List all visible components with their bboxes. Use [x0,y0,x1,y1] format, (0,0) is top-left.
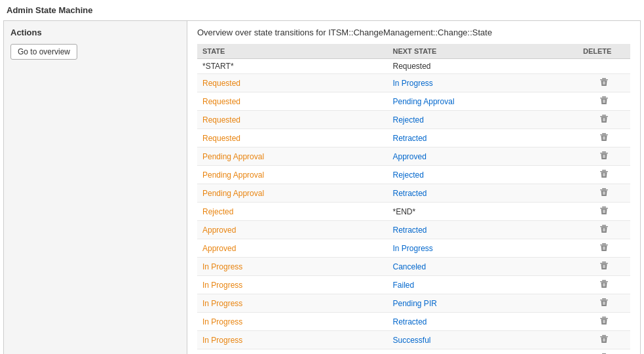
svg-rect-27 [605,191,605,195]
state-link[interactable]: Approved [202,226,236,235]
state-link[interactable]: Requested [202,115,240,125]
trash-icon [599,242,609,252]
state-link[interactable]: Pending Approval [202,189,264,198]
svg-rect-5 [600,98,608,98]
next-state-link[interactable]: Rejected [393,115,424,125]
svg-rect-6 [603,100,604,103]
svg-rect-50 [603,302,604,305]
svg-rect-9 [600,116,608,117]
trash-icon [599,315,609,326]
svg-rect-23 [605,173,605,176]
delete-button[interactable] [599,297,609,307]
state-link[interactable]: In Progress [202,262,242,271]
trash-icon [599,150,609,161]
next-state-link[interactable]: Retracted [393,317,427,326]
next-state-text: Requested [393,62,431,71]
state-link[interactable]: Requested [202,79,240,88]
state-link[interactable]: In Progress [202,281,242,290]
delete-button[interactable] [599,279,609,289]
svg-rect-56 [602,335,606,336]
next-state-link[interactable]: Rejected [393,170,424,180]
trash-icon [599,113,609,124]
svg-rect-11 [605,118,605,121]
trash-icon [599,205,609,216]
state-link[interactable]: In Progress [202,299,242,308]
col-header-next-state: NEXT STATE [388,44,578,59]
delete-button[interactable] [599,224,609,234]
svg-rect-26 [603,191,604,195]
svg-rect-51 [605,302,605,305]
svg-rect-14 [603,136,604,140]
delete-button[interactable] [599,150,609,161]
next-state-link[interactable]: In Progress [393,244,433,253]
delete-button[interactable] [599,95,609,106]
svg-rect-0 [602,78,606,79]
next-state-link[interactable]: Retracted [393,226,427,235]
next-state-link[interactable]: Retracted [393,189,427,198]
state-link[interactable]: Requested [202,134,240,143]
state-link[interactable]: Pending Approval [202,170,264,180]
next-state-link[interactable]: Pending Approval [393,97,455,106]
trash-icon [599,95,609,106]
svg-rect-37 [600,245,608,245]
state-link[interactable]: Requested [202,97,240,106]
col-header-state: STATE [197,44,388,59]
svg-rect-52 [602,317,606,318]
svg-rect-35 [605,228,605,231]
table-row: RequestedRetracted [197,129,630,148]
svg-rect-18 [603,155,604,158]
table-row: *START*Requested [197,59,630,74]
sidebar-section-title: Actions [10,28,180,37]
next-state-link[interactable]: Canceled [393,262,426,271]
state-link[interactable]: Rejected [202,207,233,216]
table-row: Pending ApprovalApproved [197,148,630,166]
svg-rect-2 [603,81,604,85]
table-row: Rejected*END* [197,203,630,221]
trash-icon [599,224,609,234]
trash-icon [599,260,609,271]
next-state-link[interactable]: Pending PIR [393,299,437,308]
table-row: In ProgressCanceled [197,258,630,276]
svg-rect-49 [600,300,608,300]
svg-rect-22 [603,173,604,176]
table-row: Pending PIRFailed [197,349,630,355]
svg-rect-7 [605,100,605,103]
svg-rect-8 [602,115,606,116]
svg-rect-16 [602,151,606,153]
svg-rect-21 [600,171,608,172]
trash-icon [599,334,609,344]
state-link[interactable]: Approved [202,244,236,253]
next-state-link[interactable]: Successful [393,336,431,345]
svg-rect-12 [602,133,606,134]
svg-rect-55 [605,320,605,323]
trash-icon [599,187,609,197]
delete-button[interactable] [599,334,609,344]
svg-rect-19 [605,155,605,158]
svg-rect-4 [602,96,606,98]
delete-button[interactable] [599,187,609,197]
state-link[interactable]: In Progress [202,336,242,345]
next-state-link[interactable]: Approved [393,152,426,161]
delete-button[interactable] [599,132,609,142]
svg-rect-53 [600,318,608,319]
delete-button[interactable] [599,242,609,252]
delete-button[interactable] [599,77,609,87]
delete-button[interactable] [599,113,609,124]
next-state-link[interactable]: Failed [393,281,415,290]
go-to-overview-button[interactable]: Go to overview [10,44,77,60]
table-row: ApprovedIn Progress [197,239,630,258]
svg-rect-46 [603,283,604,286]
delete-button[interactable] [599,205,609,216]
table-row: RequestedPending Approval [197,92,630,111]
svg-rect-20 [602,170,606,171]
delete-button[interactable] [599,260,609,271]
table-row: RequestedIn Progress [197,74,630,92]
state-link[interactable]: In Progress [202,317,242,326]
trash-icon [599,279,609,289]
state-link[interactable]: Pending Approval [202,152,264,161]
delete-button[interactable] [599,315,609,326]
next-state-link[interactable]: In Progress [393,79,433,88]
table-row: In ProgressFailed [197,276,630,294]
next-state-link[interactable]: Retracted [393,134,427,143]
delete-button[interactable] [599,168,609,179]
